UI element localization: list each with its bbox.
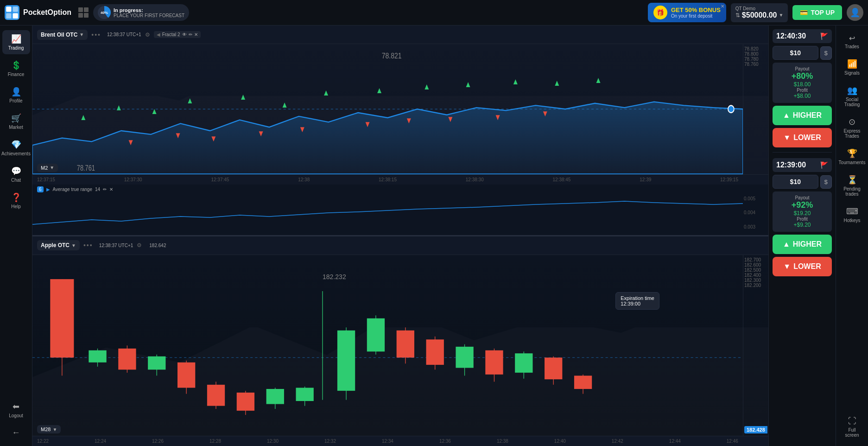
grid-icon[interactable]: [78, 7, 89, 18]
topup-label: TOP UP: [811, 9, 835, 16]
close-icon[interactable]: ✕: [721, 4, 724, 9]
svg-text:▲: ▲: [512, 77, 519, 87]
sidebar-item-chat[interactable]: 💬 Chat: [2, 162, 30, 186]
svg-text:▲: ▲: [240, 92, 247, 102]
avatar[interactable]: 👤: [847, 4, 863, 21]
indicator-close-1[interactable]: ✕: [194, 32, 198, 37]
profit-val-1: +$8.00: [776, 93, 828, 99]
svg-rect-68: [574, 376, 592, 389]
svg-rect-60: [456, 346, 473, 368]
tournaments-icon: 🏆: [847, 148, 857, 159]
svg-text:▼: ▼: [494, 112, 501, 122]
svg-rect-62: [485, 350, 503, 374]
lower-button-2[interactable]: ▼ LOWER: [773, 257, 832, 276]
svg-text:▲: ▲: [553, 78, 560, 88]
finance-icon: 💲: [11, 60, 21, 70]
asset-selector-1[interactable]: Brent Oil OTC ▼: [37, 30, 88, 40]
payout-pct-1: +80%: [776, 71, 828, 81]
atr-collapse[interactable]: ▶: [46, 187, 50, 192]
sidebar-item-signals[interactable]: 📶 Signals: [838, 55, 866, 79]
sidebar-item-achievements[interactable]: 💎 Achievements: [2, 136, 30, 160]
svg-text:▼: ▼: [447, 115, 454, 124]
sidebar-item-finance[interactable]: 💲 Finance: [2, 57, 30, 81]
atr-panel: 6 ▶ Average true range 14 ✏ ✕ 0.005 0.00…: [32, 185, 768, 236]
chart-options-2[interactable]: •••: [83, 242, 93, 249]
sidebar-item-trading[interactable]: 📈 Trading: [2, 30, 30, 54]
amount-row-2: $: [773, 175, 832, 189]
sidebar-item-help[interactable]: ❓ Help: [2, 189, 30, 213]
sidebar-item-tournaments[interactable]: 🏆 Tournaments: [838, 145, 866, 169]
flag-icon-1[interactable]: 🚩: [820, 32, 828, 40]
higher-label-2: HIGHER: [793, 240, 822, 248]
profile-icon: 👤: [11, 87, 21, 97]
atr-edit[interactable]: ✏: [103, 187, 107, 192]
logo-text: PocketOption: [23, 8, 71, 17]
lower-arrow-1: ▼: [783, 134, 791, 142]
svg-text:182.232: 182.232: [323, 273, 346, 280]
chart-settings-2[interactable]: ⚙: [137, 242, 142, 248]
bonus-banner[interactable]: 🎁 GET 50% BONUS On your first deposit ✕: [648, 3, 726, 22]
currency-btn-2[interactable]: $: [820, 175, 832, 189]
atr-close[interactable]: ✕: [109, 187, 113, 192]
sidebar-item-pending[interactable]: ⏳ Pending trades: [838, 171, 866, 200]
right-panel-1: 12:40:30 🚩 $ Payout +80% $18.00 Profit +…: [768, 25, 836, 446]
svg-text:▲: ▲: [323, 88, 329, 97]
timeframe-1[interactable]: M2 ▼: [37, 164, 58, 172]
lower-button-1[interactable]: ▼ LOWER: [773, 128, 832, 147]
higher-label-1: HIGHER: [793, 111, 822, 120]
chat-icon: 💬: [11, 166, 21, 176]
asset-chevron-2: ▼: [71, 243, 76, 248]
timeframe-2[interactable]: M28 ▼: [37, 425, 61, 433]
flag-icon-2[interactable]: 🚩: [820, 161, 828, 169]
svg-text:▲: ▲: [376, 86, 383, 96]
lower-label-1: LOWER: [793, 134, 821, 142]
indicator-edit-1[interactable]: ✏: [189, 32, 192, 37]
collapse-icon: ←: [12, 428, 20, 438]
chart-options-1[interactable]: •••: [91, 31, 101, 38]
achievements-icon: 💎: [11, 140, 21, 150]
svg-text:▼: ▼: [210, 134, 217, 144]
account-balance[interactable]: QT Demo ⇅ $50000.00 ▼: [731, 3, 788, 22]
svg-rect-56: [397, 330, 414, 357]
amount-input-1[interactable]: [773, 46, 818, 60]
pending-icon: ⏳: [847, 175, 857, 185]
currency-btn-1[interactable]: $: [820, 46, 832, 60]
progress-badge[interactable]: 40% In progress: PLACE YOUR FIRST FORECA…: [93, 4, 189, 21]
svg-rect-52: [337, 330, 355, 390]
bonus-text: GET 50% BONUS On your first deposit: [671, 6, 721, 19]
sidebar-item-trades[interactable]: ↩ Trades: [838, 30, 866, 53]
market-icon: 🛒: [11, 113, 21, 123]
svg-rect-58: [426, 339, 444, 365]
chart-svg-2: 182.232 Expiration time 12:39:00: [32, 255, 743, 436]
amount-input-2[interactable]: [773, 175, 818, 189]
svg-rect-33: [50, 279, 74, 357]
higher-button-1[interactable]: ▲ HIGHER: [773, 106, 832, 125]
sidebar-item-market[interactable]: 🛒 Market: [2, 109, 30, 134]
sidebar-item-express[interactable]: ⊙ Express Trades: [838, 113, 866, 142]
asset-selector-2[interactable]: Apple OTC ▼: [37, 240, 80, 250]
payout-amount-1: $18.00: [776, 81, 828, 88]
sidebar-item-profile[interactable]: 👤 Profile: [2, 83, 30, 107]
higher-arrow-2: ▲: [783, 240, 790, 248]
higher-button-2[interactable]: ▲ HIGHER: [773, 235, 832, 254]
sidebar-item-fullscreen[interactable]: ⛶ Full screen: [838, 413, 866, 441]
svg-text:▼: ▼: [127, 138, 134, 147]
price-scale-2: 182.700 182.600 182.500 182.400 182.300 …: [743, 255, 768, 436]
charts-area: Brent Oil OTC ▼ ••• 12:38:37 UTC+1 ⚙ ◀ F…: [32, 25, 768, 446]
svg-text:▼: ▼: [175, 130, 182, 140]
indicator-eye-1[interactable]: 👁: [182, 32, 187, 37]
signals-icon: 📶: [847, 59, 857, 69]
indicator-tag-1: ◀ Fractal 2 👁 ✏ ✕: [154, 31, 201, 38]
express-icon: ⊙: [849, 117, 855, 127]
sidebar-item-social[interactable]: 👥 Social Trading: [838, 82, 866, 111]
time-display-2: 12:39:00 🚩: [773, 158, 832, 172]
svg-rect-66: [545, 357, 562, 379]
indicator-collapse-1[interactable]: ◀: [157, 32, 160, 37]
sidebar-item-hotkeys[interactable]: ⌨ Hotkeys: [838, 203, 866, 227]
sidebar-item-logout[interactable]: ⬅ Logout: [2, 398, 30, 422]
topup-button[interactable]: 💳 TOP UP: [792, 5, 842, 20]
chart-settings-1[interactable]: ⚙: [145, 32, 150, 38]
svg-text:▲: ▲: [80, 112, 87, 122]
sidebar-item-collapse[interactable]: ←: [2, 424, 30, 441]
svg-text:78.761: 78.761: [77, 164, 95, 172]
